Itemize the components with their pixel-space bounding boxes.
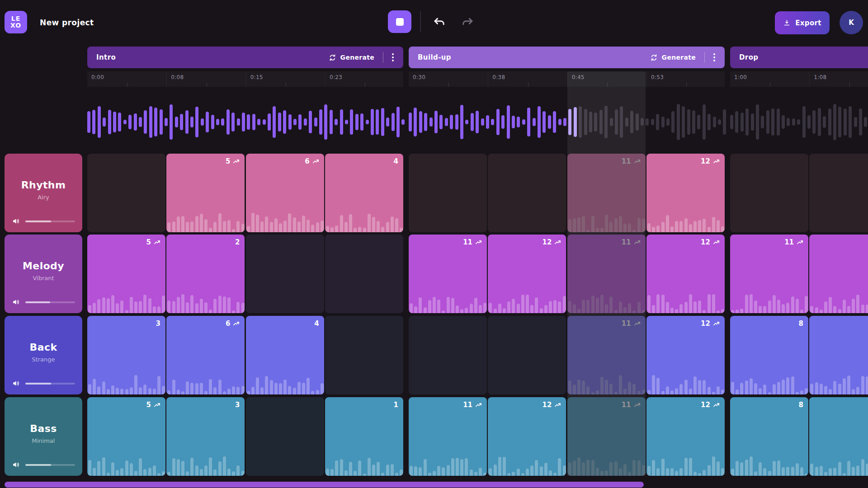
clip-wave-bar: [568, 380, 571, 394]
clip[interactable]: 5: [87, 235, 165, 313]
clip-wave-bar: [433, 297, 436, 313]
clip[interactable]: 12: [646, 397, 725, 476]
clip-number: 11: [784, 238, 794, 246]
clip[interactable]: [809, 316, 868, 394]
section-header-drop[interactable]: Drop: [730, 47, 868, 68]
redo-button[interactable]: [460, 14, 475, 29]
waveform[interactable]: [87, 100, 403, 144]
clip-wave-bar: [465, 308, 468, 313]
volume-slider[interactable]: [25, 383, 75, 385]
empty-cell[interactable]: [409, 316, 487, 394]
ruler-column: 0:00: [87, 71, 166, 87]
clip[interactable]: 5: [87, 397, 165, 476]
clip[interactable]: 11: [567, 154, 646, 232]
clip[interactable]: 2: [166, 235, 245, 313]
volume-slider[interactable]: [25, 301, 75, 303]
clip-wave-bar: [391, 464, 394, 476]
clip[interactable]: 12: [488, 397, 566, 476]
clip-wave-bar: [363, 474, 366, 476]
horizontal-scrollbar[interactable]: [5, 482, 644, 488]
clip[interactable]: 11: [409, 397, 487, 476]
generate-button[interactable]: Generate: [647, 53, 698, 62]
export-button[interactable]: Export: [775, 11, 830, 34]
undo-button[interactable]: [432, 14, 447, 29]
clip[interactable]: 4: [325, 154, 403, 232]
clip[interactable]: 3: [87, 316, 165, 394]
clip[interactable]: 12: [646, 154, 725, 232]
volume-slider[interactable]: [25, 464, 75, 466]
generate-button[interactable]: Generate: [326, 53, 377, 62]
clip-wave-bar: [786, 467, 789, 476]
clip-wave-bar: [474, 472, 477, 476]
mute-button[interactable]: [12, 379, 20, 388]
clip[interactable]: 6: [166, 316, 245, 394]
timeline-ruler[interactable]: 1:001:08: [730, 71, 868, 87]
clip[interactable]: 4: [246, 316, 324, 394]
empty-cell[interactable]: [730, 154, 808, 232]
empty-cell[interactable]: [409, 154, 487, 232]
clip[interactable]: 3: [166, 397, 245, 476]
section-menu-button[interactable]: [389, 51, 396, 64]
clip-wave-bar: [172, 221, 175, 232]
timeline-ruler[interactable]: 0:300:380:450:53: [409, 71, 725, 87]
waveform[interactable]: [409, 100, 725, 144]
clip[interactable]: 6: [246, 154, 324, 232]
empty-cell[interactable]: [325, 316, 403, 394]
clip-wave-bar: [632, 310, 636, 313]
mute-button[interactable]: [12, 460, 20, 469]
clip-wave-bar: [563, 465, 566, 476]
clip-wave-bar: [805, 296, 808, 313]
track-header-rhythm[interactable]: RhythmAiry: [5, 154, 82, 232]
clip[interactable]: [809, 397, 868, 476]
waveform-bar: [802, 106, 806, 137]
waveform[interactable]: [730, 100, 868, 144]
clip[interactable]: 11: [409, 235, 487, 313]
clip[interactable]: 12: [488, 235, 566, 313]
clip[interactable]: [809, 235, 868, 313]
empty-cell[interactable]: [246, 235, 324, 313]
clip-number: 6: [305, 157, 309, 165]
clip-badge: 8: [799, 401, 803, 409]
empty-cell[interactable]: [488, 154, 566, 232]
clip-wave-bar: [470, 469, 473, 476]
timeline-ruler[interactable]: 0:000:080:150:23: [87, 71, 403, 87]
clip[interactable]: 12: [646, 235, 725, 313]
section-header-build-up[interactable]: Build-upGenerate: [409, 47, 725, 68]
clip[interactable]: 1: [325, 397, 403, 476]
waveform-bar: [589, 112, 592, 132]
avatar[interactable]: K: [840, 11, 863, 34]
clip-wave-bar: [363, 228, 366, 232]
clip[interactable]: 8: [730, 316, 808, 394]
empty-cell[interactable]: [246, 397, 324, 476]
volume-slider[interactable]: [25, 221, 75, 222]
app-logo[interactable]: LE XO: [5, 11, 27, 33]
empty-cell[interactable]: [87, 154, 165, 232]
track-header-back[interactable]: BackStrange: [5, 316, 82, 394]
clip[interactable]: 8: [730, 397, 808, 476]
project-title[interactable]: New project: [40, 18, 94, 27]
clip[interactable]: 11: [567, 316, 646, 394]
waveform-bar: [273, 106, 276, 138]
track-header-bass[interactable]: BassMinimal: [5, 397, 82, 476]
clip-wave-bar: [321, 383, 324, 394]
empty-cell[interactable]: [325, 235, 403, 313]
clip[interactable]: 11: [567, 397, 646, 476]
section-header-intro[interactable]: IntroGenerate: [87, 47, 403, 68]
section-menu-button[interactable]: [711, 51, 718, 64]
clip-wave-bar: [693, 221, 697, 232]
track-header-melody[interactable]: MelodyVibrant: [5, 235, 82, 313]
empty-cell[interactable]: [809, 154, 868, 232]
trend-up-icon: [154, 239, 160, 246]
mute-button[interactable]: [12, 217, 20, 225]
trend-up-icon: [312, 158, 319, 165]
empty-cell[interactable]: [488, 316, 566, 394]
clip-wave-bar: [181, 461, 184, 476]
stop-button[interactable]: [388, 10, 411, 33]
clip[interactable]: 12: [646, 316, 725, 394]
waveform-bar: [708, 114, 711, 130]
clip[interactable]: 11: [730, 235, 808, 313]
mute-button[interactable]: [12, 298, 20, 306]
clip[interactable]: 11: [567, 235, 646, 313]
clip-wave-bar: [666, 468, 669, 476]
clip[interactable]: 5: [166, 154, 245, 232]
